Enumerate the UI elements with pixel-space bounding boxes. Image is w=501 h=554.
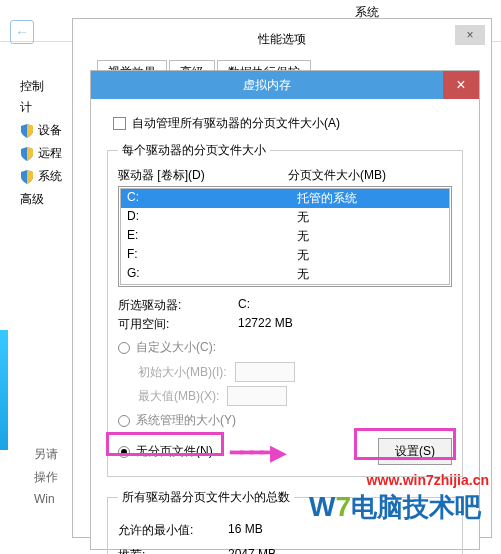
radio-system-managed[interactable]: 系统管理的大小(Y) <box>118 412 452 429</box>
drive-list[interactable]: C:托管的系统 D:无 E:无 F:无 G:无 <box>118 186 452 287</box>
vm-body: 自动管理所有驱动器的分页文件大小(A) 每个驱动器的分页文件大小 驱动器 [卷标… <box>91 99 479 554</box>
drive-row[interactable]: D:无 <box>121 208 449 227</box>
sidebar-item-label: 系统 <box>38 168 62 185</box>
shield-icon <box>20 170 34 184</box>
per-drive-group: 每个驱动器的分页文件大小 驱动器 [卷标](D) 分页文件大小(MB) C:托管… <box>107 142 463 477</box>
max-size-row: 最大值(MB)(X): <box>138 386 452 406</box>
auto-manage-row[interactable]: 自动管理所有驱动器的分页文件大小(A) <box>113 115 463 132</box>
left-lower-2: 操作 <box>34 469 58 486</box>
radio-icon[interactable] <box>118 446 130 458</box>
shield-icon <box>20 124 34 138</box>
sidebar-item-label: 高级 <box>20 191 44 208</box>
radio-icon <box>118 342 130 354</box>
list-header: 驱动器 [卷标](D) 分页文件大小(MB) <box>118 167 452 184</box>
perf-title: 性能选项 <box>73 19 491 54</box>
selected-drive-row: 所选驱动器:C: <box>118 297 452 314</box>
drive-row[interactable]: G:无 <box>121 265 449 284</box>
col-size: 分页文件大小(MB) <box>288 167 386 184</box>
left-lower: 另请 操作 Win <box>34 440 58 512</box>
rec-row: 推荐:2047 MB <box>118 547 452 554</box>
radio-icon[interactable] <box>118 415 130 427</box>
per-drive-legend: 每个驱动器的分页文件大小 <box>118 142 270 159</box>
vm-title: 虚拟内存 <box>91 71 443 99</box>
radio-no-paging[interactable]: 无分页文件(N) <box>118 443 213 460</box>
close-icon: × <box>466 28 473 42</box>
set-button[interactable]: 设置(S) <box>378 438 452 465</box>
vm-close-button[interactable]: × <box>443 71 479 99</box>
min-row: 允许的最小值:16 MB <box>118 522 452 539</box>
left-lower-1: 另请 <box>34 446 58 463</box>
auto-manage-label: 自动管理所有驱动器的分页文件大小(A) <box>132 115 340 132</box>
sidebar-item-remote[interactable]: 远程 <box>20 145 62 162</box>
totals-group: 所有驱动器分页文件大小的总数 允许的最小值:16 MB 推荐:2047 MB 当… <box>107 489 463 554</box>
shield-icon <box>20 147 34 161</box>
sidebar-item-label: 远程 <box>38 145 62 162</box>
perf-close-button[interactable]: × <box>455 25 485 45</box>
totals-legend: 所有驱动器分页文件大小的总数 <box>118 489 294 506</box>
virtual-memory-dialog: 虚拟内存 × 自动管理所有驱动器的分页文件大小(A) 每个驱动器的分页文件大小 … <box>90 70 480 550</box>
drive-row[interactable]: E:无 <box>121 227 449 246</box>
sidebar-item-advanced[interactable]: 高级 <box>20 191 62 208</box>
drive-row[interactable]: F:无 <box>121 246 449 265</box>
left-lower-3: Win <box>34 492 58 506</box>
taskbar-slice <box>0 330 8 450</box>
close-icon: × <box>456 76 465 93</box>
initial-size-row: 初始大小(MB)(I): <box>138 362 452 382</box>
checkbox-icon[interactable] <box>113 117 126 130</box>
drive-row[interactable]: C:托管的系统 <box>121 189 449 208</box>
radio-custom: 自定义大小(C): <box>118 339 452 356</box>
back-button[interactable]: ← <box>10 20 34 44</box>
sidebar-item-device[interactable]: 设备 <box>20 122 62 139</box>
sidebar-item-label: 设备 <box>38 122 62 139</box>
initial-size-input <box>235 362 295 382</box>
left-label-1: 控制 <box>20 78 62 95</box>
sidebar-item-system[interactable]: 系统 <box>20 168 62 185</box>
left-panel: 控制 计 设备 远程 系统 高级 <box>20 78 62 214</box>
left-label-2: 计 <box>20 99 62 116</box>
back-icon: ← <box>15 24 29 40</box>
vm-titlebar: 虚拟内存 × <box>91 71 479 99</box>
max-size-input <box>227 386 287 406</box>
free-space-row: 可用空间:12722 MB <box>118 316 452 333</box>
col-drive: 驱动器 [卷标](D) <box>118 167 288 184</box>
